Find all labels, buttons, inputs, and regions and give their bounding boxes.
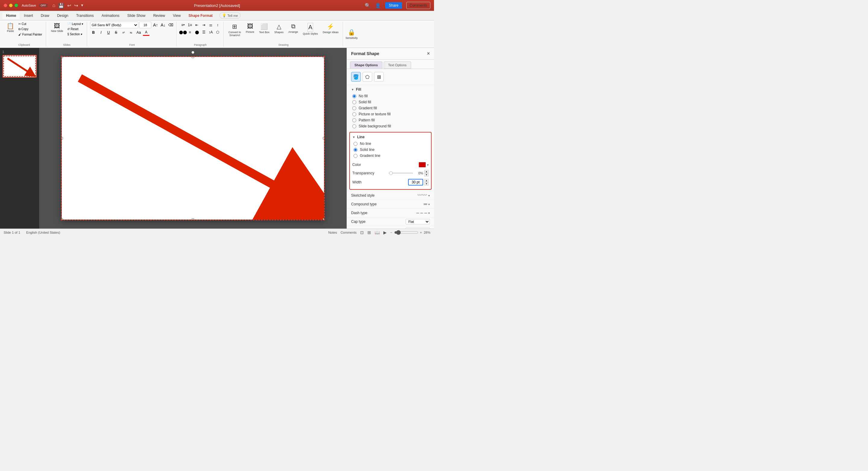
bold-button[interactable]: B	[90, 29, 97, 36]
no-fill-option[interactable]: No fill	[352, 94, 430, 98]
pattern-fill-radio[interactable]	[352, 119, 356, 122]
clear-format-button[interactable]: ⌫	[167, 22, 174, 28]
tab-design[interactable]: Design	[53, 12, 72, 19]
dash-dropdown[interactable]: ▾	[428, 211, 430, 215]
sensitivity-button[interactable]: 🔒 Sensitivity	[344, 22, 360, 46]
font-size-input[interactable]	[139, 22, 151, 28]
picture-texture-radio[interactable]	[352, 112, 356, 116]
superscript-button[interactable]: x²	[120, 29, 127, 36]
convert-smartart-button[interactable]: ⊞ Convert toSmartArt	[227, 22, 243, 38]
paste-button[interactable]: 📋 Paste	[5, 22, 16, 34]
shape-options-tab[interactable]: Shape Options	[350, 61, 382, 69]
width-input[interactable]	[408, 179, 423, 186]
gradient-fill-option[interactable]: Gradient fill	[352, 106, 430, 110]
gradient-line-radio[interactable]	[353, 154, 358, 158]
transparency-down[interactable]: ▼	[424, 173, 429, 176]
redo-icon[interactable]: ↪	[74, 3, 78, 8]
size-icon-btn[interactable]: ⊞	[374, 72, 384, 81]
columns-button[interactable]: ⚌	[207, 22, 214, 28]
zoom-out-icon[interactable]: −	[390, 231, 392, 234]
bullets-button[interactable]: ≡•	[180, 22, 186, 28]
transparency-stepper[interactable]: ▲ ▼	[424, 170, 429, 176]
solid-fill-option[interactable]: Solid fill	[352, 100, 430, 104]
text-direction-button[interactable]: ↕A	[207, 29, 214, 36]
font-shrink-button[interactable]: A↓	[160, 22, 166, 28]
solid-line-option[interactable]: Solid line	[353, 147, 429, 152]
width-up[interactable]: ▲	[424, 179, 429, 182]
color-dropdown-arrow[interactable]: ▾	[427, 163, 429, 167]
no-line-radio[interactable]	[353, 142, 358, 146]
color-swatch[interactable]	[418, 162, 426, 167]
text-case-button[interactable]: Aa	[135, 29, 142, 36]
sketched-dropdown[interactable]: ▾	[428, 194, 430, 197]
justify-button[interactable]: ☰	[200, 29, 207, 36]
picture-texture-option[interactable]: Picture or texture fill	[352, 112, 430, 116]
strikethrough-button[interactable]: S	[113, 29, 119, 36]
smart-art-button[interactable]: ⬡	[214, 29, 221, 36]
tab-slideshow[interactable]: Slide Show	[124, 12, 149, 19]
handle-tr[interactable]	[323, 57, 324, 58]
view-reading-icon[interactable]: 📖	[375, 230, 380, 235]
tab-review[interactable]: Review	[150, 12, 168, 19]
layout-button[interactable]: 📄 Layout ▾	[66, 22, 84, 26]
width-down[interactable]: ▼	[424, 182, 429, 186]
handle-bottom[interactable]	[192, 218, 194, 220]
fill-line-icon-btn[interactable]: 🪣	[351, 72, 361, 81]
align-center-button[interactable]: ≡	[187, 29, 193, 36]
handle-bl[interactable]	[62, 218, 63, 220]
increase-indent-button[interactable]: ⇥	[200, 22, 207, 28]
line-spacing-button[interactable]: ↕	[214, 22, 221, 28]
gradient-line-option[interactable]: Gradient line	[353, 154, 429, 158]
transparency-slider[interactable]	[389, 173, 413, 174]
search-titlebar-icon[interactable]: 🔍	[365, 3, 371, 8]
tab-draw[interactable]: Draw	[37, 12, 53, 19]
rotate-handle[interactable]	[191, 51, 194, 54]
effects-icon-btn[interactable]: ⬠	[363, 72, 372, 81]
align-left-button[interactable]: ⬤⬤	[180, 29, 186, 36]
view-normal-icon[interactable]: ⊡	[360, 230, 364, 235]
no-line-option[interactable]: No line	[353, 141, 429, 146]
no-fill-radio[interactable]	[352, 94, 356, 98]
solid-fill-radio[interactable]	[352, 100, 356, 104]
view-presenter-icon[interactable]: ▶	[383, 230, 387, 235]
font-family-select[interactable]: Gill Sans MT (Body)	[90, 22, 138, 28]
notes-button[interactable]: Notes	[328, 231, 337, 234]
cap-type-select[interactable]: Flat Round Square	[406, 219, 430, 224]
maximize-traffic-light[interactable]	[14, 4, 18, 7]
minimize-traffic-light[interactable]	[9, 4, 13, 7]
slide-bg-fill-option[interactable]: Slide background fill	[352, 124, 430, 128]
tab-insert[interactable]: Insert	[20, 12, 36, 19]
handle-tl[interactable]	[62, 57, 63, 58]
reset-button[interactable]: ↺ Reset	[66, 27, 84, 31]
zoom-in-icon[interactable]: +	[420, 231, 422, 234]
arrange-button[interactable]: ⧉ Arrange	[287, 22, 300, 35]
shapes-button[interactable]: △ Shapes	[273, 22, 285, 35]
solid-line-radio[interactable]	[353, 148, 358, 152]
tab-home[interactable]: Home	[2, 12, 20, 19]
user-icon[interactable]: 👤	[375, 3, 381, 8]
decrease-indent-button[interactable]: ⇤	[193, 22, 200, 28]
handle-top[interactable]	[192, 57, 194, 58]
align-right-button[interactable]: ⬤	[193, 29, 200, 36]
line-section-header[interactable]: ▼ Line	[352, 135, 429, 139]
slide-thumbnail[interactable]	[2, 55, 37, 78]
join-type-select[interactable]: Round Bevel Miter	[406, 228, 430, 229]
home-icon[interactable]: ⌂	[53, 3, 56, 8]
subscript-button[interactable]: x₂	[128, 29, 134, 36]
fill-section-header[interactable]: ▼ Fill	[351, 87, 430, 92]
text-options-tab[interactable]: Text Options	[384, 61, 411, 69]
font-color-button[interactable]: A	[143, 29, 150, 36]
view-slide-sorter-icon[interactable]: ⊞	[367, 230, 371, 235]
italic-button[interactable]: I	[98, 29, 104, 36]
transparency-up[interactable]: ▲	[424, 170, 429, 173]
handle-right[interactable]	[323, 137, 324, 139]
close-traffic-light[interactable]	[4, 4, 7, 7]
comments-status-button[interactable]: Comments	[341, 231, 356, 234]
share-button[interactable]: Share	[385, 2, 402, 9]
tell-me-input[interactable]: 💡 Tell me	[219, 12, 241, 19]
gradient-fill-radio[interactable]	[352, 106, 356, 110]
compound-dropdown[interactable]: ▾	[428, 203, 430, 206]
picture-button[interactable]: 🖼 Picture	[244, 22, 256, 35]
tab-transitions[interactable]: Transitions	[73, 12, 97, 19]
underline-button[interactable]: U	[105, 29, 112, 36]
